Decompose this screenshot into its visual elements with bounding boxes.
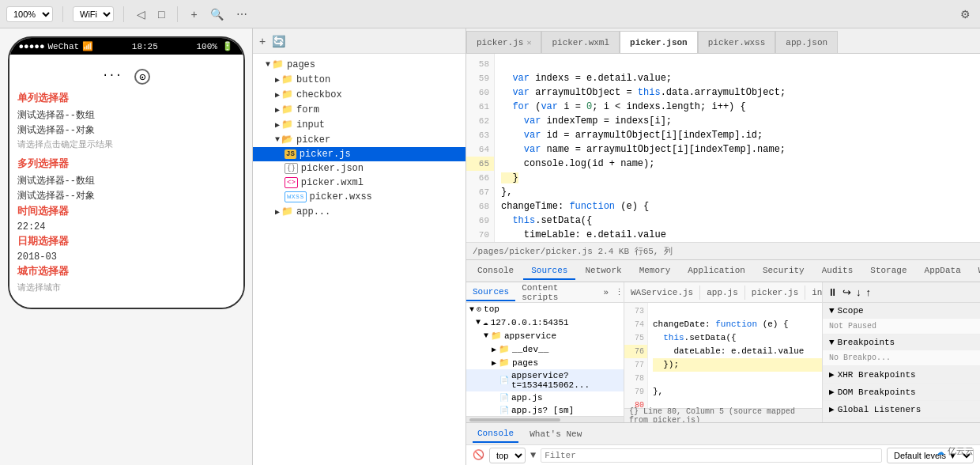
- src-ln-76: 76: [624, 345, 647, 358]
- phone-status-bar: ●●●●● WeChat 📶 18:25 100% 🔋: [9, 38, 243, 55]
- phone-item-4[interactable]: 测试选择器--对象: [17, 189, 236, 202]
- phone-item-1[interactable]: 测试选择器--数组: [17, 108, 236, 122]
- tree-item-button[interactable]: ▶ 📁 button: [253, 72, 466, 87]
- sources-tab-pickerjs[interactable]: picker.js: [745, 285, 805, 300]
- dom-bp-title[interactable]: ▶ DOM Breakpoints: [823, 384, 980, 400]
- folder-input-label: input: [296, 119, 325, 130]
- sources-tab-inputjs[interactable]: input.js: [805, 285, 822, 300]
- devtools-tab-security[interactable]: Security: [755, 263, 812, 280]
- devtools-tab-network[interactable]: Network: [577, 263, 629, 280]
- line-num-68: 68: [466, 199, 494, 214]
- sources-scroll-thumb[interactable]: [469, 418, 560, 422]
- devtools-tab-appdata[interactable]: AppData: [917, 263, 969, 280]
- tree-item-app[interactable]: ▶ 📁 app...: [253, 204, 466, 219]
- sources-sub-tab-content[interactable]: Content scripts: [515, 282, 597, 305]
- devtools-tab-application[interactable]: Application: [680, 263, 753, 280]
- sources-tree-appjs-sm[interactable]: 📄 app.js? [sm]: [466, 404, 624, 416]
- tree-item-form[interactable]: ▶ 📁 form: [253, 102, 466, 117]
- main-content: ●●●●● WeChat 📶 18:25 100% 🔋 ··· ⊙ 单列选择器 …: [0, 28, 980, 465]
- debug-step-over-btn[interactable]: ↪: [842, 286, 851, 298]
- xhr-bp-title[interactable]: ▶ XHR Breakpoints: [823, 366, 980, 383]
- debug-step-into-btn[interactable]: ↓: [856, 286, 861, 298]
- phone-time-value[interactable]: 22:24: [17, 221, 236, 232]
- line-numbers: 58 59 60 61 62 63 64 65 66 67 68 69 70: [466, 54, 495, 242]
- refresh-btn[interactable]: 🔄: [272, 35, 285, 47]
- tab-app-json[interactable]: app.json: [775, 31, 838, 53]
- settings-btn[interactable]: ⚙: [957, 6, 974, 22]
- sources-tree-appjs[interactable]: 📄 app.js: [466, 391, 624, 404]
- sources-sub-tab-sources[interactable]: Sources: [466, 284, 515, 301]
- folder-picker-label: picker: [296, 134, 330, 146]
- console-tab-main[interactable]: Console: [473, 425, 518, 443]
- sources-tree-dev[interactable]: ▶ 📁 __dev__: [466, 342, 624, 356]
- devtools-tab-sources[interactable]: Sources: [523, 263, 575, 280]
- sources-tree-appservice-file[interactable]: 📄 appservice?t=1534415062...: [466, 369, 624, 391]
- line-num-63: 63: [466, 128, 494, 142]
- devtools-tab-storage[interactable]: Storage: [862, 263, 914, 280]
- phone-item-2[interactable]: 测试选择器--对象: [17, 123, 236, 137]
- debug-step-out-btn[interactable]: ↑: [866, 286, 872, 298]
- line-num-59: 59: [466, 71, 494, 85]
- sources-tree-pages[interactable]: ▶ 📁 pages: [466, 356, 624, 369]
- tree-item-picker-json[interactable]: {} picker.json: [253, 161, 466, 176]
- code-content[interactable]: var indexs = e.detail.value; var arraymu…: [495, 54, 980, 242]
- sources-tab-waservice[interactable]: WAService.js: [624, 285, 700, 300]
- tab-picker-js[interactable]: picker.js ✕: [466, 31, 541, 53]
- phone-item-3[interactable]: 测试选择器--数组: [17, 174, 236, 187]
- sources-menu-btn[interactable]: ⋮: [615, 287, 624, 297]
- tab-picker-js-close[interactable]: ✕: [526, 38, 531, 47]
- search-btn[interactable]: 🔍: [207, 6, 227, 22]
- add-tab-btn[interactable]: +: [187, 6, 200, 22]
- tab-picker-json-label: picker.json: [630, 38, 688, 47]
- console-context-select[interactable]: top: [489, 448, 526, 463]
- breakpoints-title[interactable]: ▼ Breakpoints: [823, 335, 980, 350]
- line-num-65: 65: [466, 157, 494, 171]
- tree-item-picker[interactable]: ▼ 📂 picker: [253, 132, 466, 147]
- file-tree: ▼ 📁 pages ▶ 📁 button ▶ 📁 checkbox ▶ 📁 fo…: [253, 54, 466, 465]
- xhr-label: XHR Breakpoints: [838, 370, 916, 380]
- sources-pages-label: pages: [512, 358, 538, 368]
- tab-picker-json[interactable]: picker.json: [620, 31, 698, 53]
- file-picker-wxss-label: picker.wxss: [310, 191, 372, 202]
- console-filter-input[interactable]: [541, 448, 882, 463]
- tree-item-picker-wxml[interactable]: <> picker.wxml: [253, 176, 466, 190]
- sources-tree-cloud[interactable]: ▼ ☁ 127.0.0.1:54351: [466, 316, 624, 329]
- debug-pause-btn[interactable]: ⏸: [827, 286, 838, 298]
- phone-home-btn[interactable]: ⊙: [134, 69, 150, 85]
- dom-arrow: ▶: [829, 387, 835, 397]
- tree-item-picker-wxss[interactable]: wxss picker.wxss: [253, 190, 466, 204]
- more-btn[interactable]: ⋯: [233, 6, 251, 22]
- tree-item-pages[interactable]: ▼ 📁 pages: [253, 57, 466, 72]
- sources-tree-top[interactable]: ▼ ⊙ top: [466, 303, 624, 316]
- devtools-tab-memory[interactable]: Memory: [631, 263, 679, 280]
- phone-date-value[interactable]: 2018-03: [17, 251, 236, 263]
- section-date-title: 日期选择器: [17, 234, 236, 248]
- zoom-select[interactable]: 100%: [6, 6, 53, 22]
- global-listeners-title[interactable]: ▶ Global Listeners: [823, 401, 980, 418]
- new-file-btn[interactable]: +: [259, 35, 266, 47]
- tree-item-picker-js[interactable]: JS picker.js: [253, 147, 466, 161]
- tab-picker-wxss[interactable]: picker.wxss: [698, 31, 776, 53]
- console-tab-new[interactable]: What's New: [525, 426, 586, 442]
- sources-tab-appjs[interactable]: app.js: [700, 285, 745, 300]
- scope-title[interactable]: ▼ Scope: [823, 303, 980, 319]
- folder-checkbox-label: checkbox: [296, 89, 342, 100]
- sources-file-viewer: WAService.js app.js picker.js input.js a…: [624, 282, 822, 422]
- sources-scrollbar[interactable]: [466, 416, 624, 422]
- tree-item-input[interactable]: ▶ 📁 input: [253, 117, 466, 132]
- sources-code-content[interactable]: changeDate: function (e) { this.setData(…: [648, 303, 822, 408]
- devtools-tab-audits[interactable]: Audits: [814, 263, 861, 280]
- sources-sub-tab-more[interactable]: »: [597, 285, 615, 301]
- tab-picker-wxml[interactable]: picker.wxml: [541, 31, 620, 53]
- sources-tree-appservice[interactable]: ▼ 📁 appservice: [466, 329, 624, 342]
- phone-back-btn[interactable]: ···: [102, 69, 122, 85]
- devtools-tab-console[interactable]: Console: [469, 263, 522, 280]
- dom-bp-section: ▶ DOM Breakpoints: [823, 384, 980, 401]
- tree-item-checkbox[interactable]: ▶ 📁 checkbox: [253, 87, 466, 102]
- network-select[interactable]: WiFi: [73, 6, 114, 22]
- sources-tree: ▼ ⊙ top ▼ ☁ 127.0.0.1:54351 ▼ 📁 app: [466, 303, 624, 416]
- preview-btn[interactable]: □: [155, 6, 168, 22]
- compile-btn[interactable]: ◁: [134, 6, 149, 22]
- sources-code[interactable]: 73 74 75 76 77 78 79 80 81 82 83 c: [624, 303, 822, 408]
- devtools-tab-wxml[interactable]: Wxml: [971, 263, 980, 280]
